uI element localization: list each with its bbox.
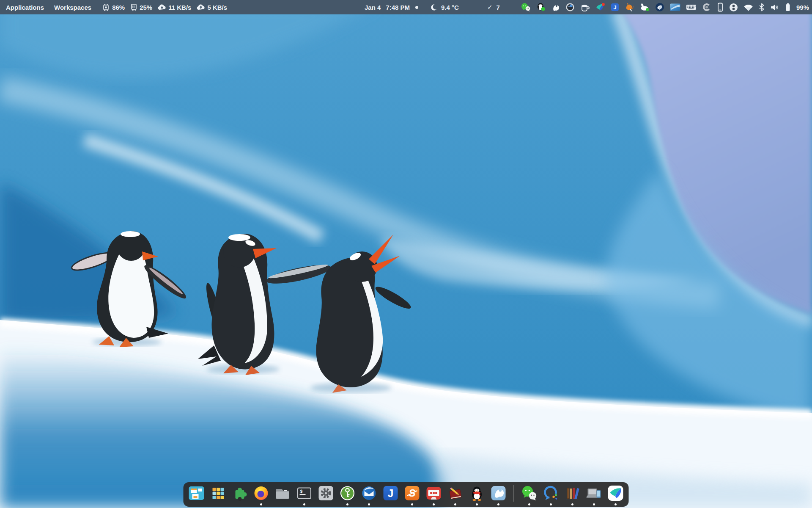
dock-settings[interactable] bbox=[318, 485, 335, 502]
wechat-icon bbox=[521, 485, 538, 502]
clock[interactable]: Jan 4 7:48 PM bbox=[365, 0, 410, 14]
memory-value: 25% bbox=[140, 4, 152, 11]
dock-rednotebook[interactable] bbox=[447, 485, 464, 502]
dock-tim[interactable] bbox=[543, 485, 560, 502]
cassette-icon bbox=[425, 485, 442, 502]
dock-firefox[interactable] bbox=[253, 485, 270, 502]
wifi-icon[interactable] bbox=[743, 3, 753, 11]
wallpaper-thumbnail-tray-icon[interactable] bbox=[670, 3, 680, 11]
dock-keepassxc[interactable] bbox=[339, 485, 356, 502]
feishu-notification-tray-icon[interactable] bbox=[595, 3, 605, 12]
workspaces-menu-label: Workspaces bbox=[54, 4, 91, 11]
dock-terminal[interactable]: $_ bbox=[296, 485, 313, 502]
dots-circle-tray-icon[interactable] bbox=[729, 3, 738, 12]
download-value: 11 KB/s bbox=[168, 4, 191, 11]
workspaces-menu[interactable]: Workspaces bbox=[49, 0, 96, 14]
qq-tray-icon[interactable] bbox=[536, 3, 546, 12]
dock-phone-mirror[interactable] bbox=[586, 485, 603, 502]
moon-icon bbox=[431, 3, 439, 11]
clock-date: Jan 4 bbox=[365, 4, 381, 11]
running-indicator bbox=[454, 503, 456, 505]
screen-lens-tray-icon[interactable] bbox=[565, 3, 575, 12]
puzzle-icon bbox=[231, 485, 248, 502]
running-indicator bbox=[497, 503, 499, 505]
upload-value: 5 KB/s bbox=[207, 4, 227, 11]
shutter-glyph: S bbox=[404, 485, 421, 502]
volume-icon[interactable] bbox=[770, 3, 779, 11]
bluetooth-icon[interactable] bbox=[759, 3, 765, 11]
weather-temperature: 9.4 °C bbox=[441, 4, 459, 11]
running-indicator bbox=[550, 503, 552, 505]
wechat-tray-icon[interactable] bbox=[521, 3, 531, 12]
dock-thunderbird[interactable] bbox=[361, 485, 378, 502]
battery-icon[interactable] bbox=[785, 3, 791, 12]
fox-tray-icon[interactable] bbox=[625, 3, 634, 12]
bird-circle-tray-icon[interactable] bbox=[655, 3, 664, 12]
rabbit-tray-icon[interactable] bbox=[640, 3, 650, 12]
thunderbird-icon bbox=[361, 485, 378, 502]
applications-menu[interactable]: Applications bbox=[1, 0, 49, 14]
applications-menu-label: Applications bbox=[6, 4, 44, 11]
system-tray: J bbox=[521, 0, 809, 14]
check-icon: ✓ bbox=[487, 3, 493, 11]
dock-calibre[interactable] bbox=[564, 485, 581, 502]
dock-qq[interactable] bbox=[469, 485, 486, 502]
dock-app-grid[interactable] bbox=[210, 485, 227, 502]
running-indicator bbox=[303, 503, 305, 505]
tim-icon bbox=[543, 485, 560, 502]
dock-notes-dolphin[interactable] bbox=[490, 485, 507, 502]
status-dot[interactable] bbox=[415, 6, 418, 9]
cpu-icon bbox=[102, 3, 110, 11]
white-cat-tray-icon[interactable] bbox=[551, 3, 560, 12]
weather-indicator[interactable]: 9.4 °C bbox=[431, 0, 459, 14]
running-indicator bbox=[368, 503, 370, 505]
dock-feishu[interactable] bbox=[607, 485, 624, 502]
upload-stat[interactable]: 5 KB/s bbox=[197, 4, 227, 11]
running-indicator bbox=[411, 503, 413, 505]
tasks-indicator[interactable]: ✓ 7 bbox=[487, 0, 500, 14]
dock-shutter[interactable]: S bbox=[404, 485, 421, 502]
clock-time: 7:48 PM bbox=[386, 4, 410, 11]
running-indicator bbox=[346, 503, 348, 505]
laptop-phone-icon bbox=[586, 485, 603, 502]
running-indicator bbox=[528, 503, 530, 505]
dock-wechat[interactable] bbox=[521, 485, 538, 502]
joplin-tray-icon[interactable]: J bbox=[611, 3, 619, 11]
running-indicator bbox=[260, 503, 262, 505]
cpu-value: 86% bbox=[112, 4, 125, 11]
app-grid-icon bbox=[210, 485, 227, 502]
workspaces-icon bbox=[188, 485, 205, 502]
running-indicator bbox=[614, 503, 617, 505]
download-icon bbox=[158, 4, 166, 11]
dock-workspaces-switcher[interactable] bbox=[188, 485, 205, 502]
memory-icon bbox=[130, 3, 137, 11]
gear-icon bbox=[318, 485, 335, 502]
coffee-mug-tray-icon[interactable] bbox=[580, 3, 590, 12]
firefox-icon bbox=[253, 485, 270, 502]
dock-file-manager[interactable] bbox=[274, 485, 291, 502]
calibre-icon bbox=[564, 485, 581, 502]
desktop: Applications Workspaces 86% bbox=[0, 0, 812, 508]
folder-icon bbox=[274, 485, 291, 502]
phone-tray-icon[interactable] bbox=[717, 3, 724, 12]
terminal-glyph: $_ bbox=[296, 485, 313, 502]
grey-swirl-tray-icon[interactable] bbox=[702, 3, 711, 12]
dock-joplin[interactable]: J bbox=[382, 485, 399, 502]
memory-stat[interactable]: 25% bbox=[130, 3, 152, 11]
running-indicator bbox=[593, 503, 595, 505]
wallpaper-penguins bbox=[0, 0, 812, 508]
joplin-tray-glyph: J bbox=[613, 4, 616, 11]
dock-separator bbox=[514, 485, 514, 502]
running-indicator bbox=[571, 503, 573, 505]
keyboard-tray-icon[interactable] bbox=[686, 3, 697, 11]
dock-extensions[interactable] bbox=[231, 485, 248, 502]
running-indicator bbox=[433, 503, 435, 505]
dock-tape-recorder[interactable] bbox=[425, 485, 442, 502]
dolphin-notes-icon bbox=[490, 485, 507, 502]
download-stat[interactable]: 11 KB/s bbox=[158, 4, 191, 11]
joplin-glyph: J bbox=[382, 485, 399, 502]
cpu-stat[interactable]: 86% bbox=[102, 3, 125, 11]
qq-penguin-icon bbox=[469, 485, 486, 502]
keepassxc-icon bbox=[339, 485, 356, 502]
battery-percent: 99% bbox=[796, 4, 809, 11]
